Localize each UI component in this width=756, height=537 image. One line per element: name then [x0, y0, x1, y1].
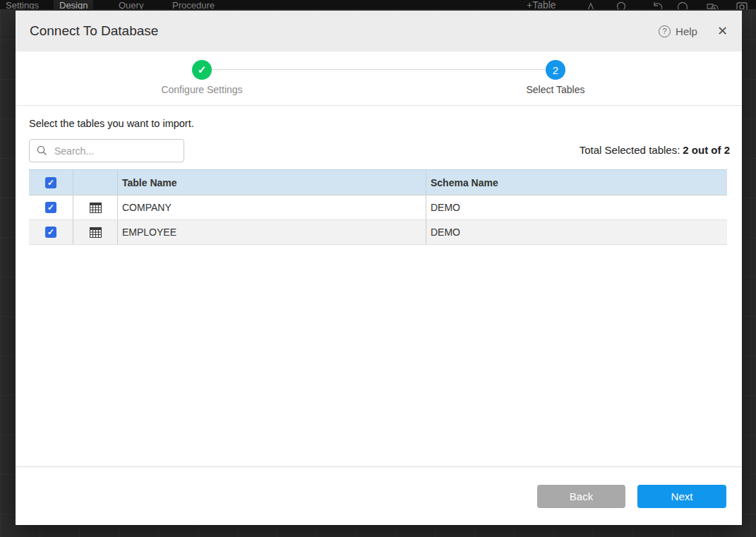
export-icon[interactable] [706, 1, 719, 9]
app-screen: Settings Design Query Procedure +Table C… [0, 0, 756, 537]
help-label: Help [676, 25, 697, 37]
table-grid-icon [90, 203, 102, 213]
instruction-text: Select the tables you want to import. [29, 118, 194, 129]
connect-to-database-dialog: Connect To Database ? Help ✕ ✓ 2 Configu… [16, 11, 742, 525]
redo-icon[interactable] [676, 1, 689, 9]
next-button[interactable]: Next [637, 485, 726, 508]
search-icon [37, 145, 47, 156]
close-icon[interactable]: ✕ [717, 25, 728, 37]
add-table-button[interactable]: +Table [527, 0, 556, 9]
select-all-checkbox[interactable]: ✓ [45, 177, 56, 188]
step1-complete-check-icon: ✓ [192, 60, 212, 80]
search-input[interactable] [53, 145, 169, 157]
step2-number-badge: 2 [546, 60, 565, 80]
table-row[interactable]: ✓ EMPLOYEE DEMO [29, 220, 727, 245]
zoom-icon[interactable] [616, 1, 628, 9]
schema-name-cell: DEMO [426, 195, 727, 219]
tables-list: ✓ Table Name Schema Name ✓ COMPANY DEMO … [29, 169, 727, 245]
wizard-stepper: ✓ 2 Configure Settings Select Tables [16, 52, 742, 106]
tab-procedure[interactable]: Procedure [167, 0, 220, 9]
schema-name-column-header: Schema Name [426, 170, 727, 195]
dialog-title: Connect To Database [30, 23, 158, 39]
stepper-connector-line [212, 69, 546, 70]
total-selected-value: 2 out of 2 [683, 144, 730, 156]
icon-column-header [73, 170, 117, 195]
tab-settings[interactable]: Settings [0, 0, 44, 9]
table-name-column-header: Table Name [117, 170, 426, 195]
step2-label: Select Tables [471, 84, 640, 95]
pointer-icon[interactable] [584, 1, 597, 9]
help-button[interactable]: ? Help [659, 25, 697, 37]
dialog-footer: Back Next [16, 466, 742, 525]
tab-design[interactable]: Design [54, 0, 93, 9]
tab-query[interactable]: Query [113, 0, 149, 9]
table-name-cell: COMPANY [117, 195, 426, 219]
total-selected-label: Total Selected tables: [580, 144, 680, 156]
help-icon: ? [659, 25, 671, 37]
search-box[interactable] [29, 139, 184, 162]
table-name-cell: EMPLOYEE [117, 220, 426, 244]
row-checkbox[interactable]: ✓ [45, 227, 56, 238]
background-topbar: Settings Design Query Procedure +Table [0, 0, 756, 9]
back-button[interactable]: Back [537, 485, 625, 508]
table-header-row: ✓ Table Name Schema Name [29, 170, 727, 195]
schema-name-cell: DEMO [426, 220, 727, 244]
screenshot-icon[interactable] [736, 1, 748, 9]
table-row[interactable]: ✓ COMPANY DEMO [29, 195, 727, 220]
table-grid-icon [90, 227, 102, 238]
row-checkbox[interactable]: ✓ [45, 202, 56, 213]
undo-icon[interactable] [651, 1, 664, 9]
total-selected-status: Total Selected tables:2 out of 2 [580, 144, 730, 156]
dialog-header: Connect To Database ? Help ✕ [16, 11, 742, 52]
step1-label: Configure Settings [117, 84, 287, 95]
